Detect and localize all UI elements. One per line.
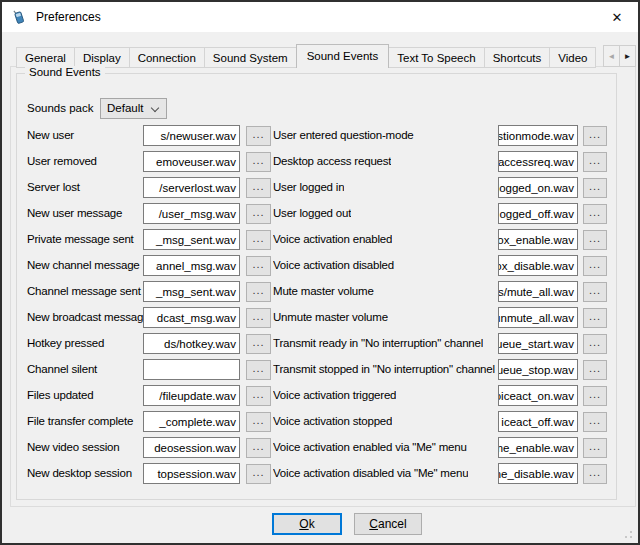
sound-file-input[interactable]: oiceact_on.wav (498, 385, 578, 406)
browse-button[interactable]: ... (583, 438, 607, 458)
browse-button[interactable]: ... (246, 464, 271, 484)
browse-button[interactable]: ... (246, 256, 271, 276)
close-button[interactable]: ✕ (596, 2, 638, 32)
browse-button[interactable]: ... (246, 230, 271, 250)
browse-button[interactable]: ... (583, 152, 607, 172)
sound-event-row: New user s/newuser.wav ... (27, 125, 273, 151)
sound-file-input[interactable]: accessreq.wav (498, 151, 578, 172)
sound-event-label: Voice activation stopped (273, 415, 392, 427)
sound-file-input[interactable]: _msg_sent.wav (143, 229, 240, 250)
ok-button[interactable]: Ok (272, 513, 342, 535)
browse-button[interactable]: ... (583, 230, 607, 250)
browse-button[interactable]: ... (583, 412, 607, 432)
tab-video[interactable]: Video (549, 47, 596, 68)
sound-file-input[interactable]: /user_msg.wav (143, 203, 240, 224)
cancel-button[interactable]: Cancel (354, 513, 422, 535)
browse-button[interactable]: ... (583, 126, 607, 146)
sound-file-input[interactable]: unmute_all.wav (498, 307, 578, 328)
sound-event-row: Voice activation triggered oiceact_on.wa… (273, 385, 609, 411)
sound-event-label: New desktop session (27, 467, 132, 479)
browse-button[interactable]: ... (246, 204, 271, 224)
browse-button[interactable]: ... (246, 282, 271, 302)
sound-file-input[interactable]: _complete.wav (143, 411, 240, 432)
sound-file-value: ueue_stop.wav (498, 364, 574, 376)
sound-event-row: New video session deosession.wav ... (27, 437, 273, 463)
tab-scroll-left-button[interactable]: ◄ (603, 45, 620, 67)
sound-file-value: me_disable.wav (498, 468, 574, 480)
sound-file-input[interactable]: stionmode.wav (498, 125, 578, 146)
sound-file-input[interactable]: iceact_off.wav (498, 411, 578, 432)
browse-button[interactable]: ... (246, 308, 271, 328)
sound-event-label: Voice activation disabled (273, 259, 394, 271)
sound-file-value: ds/hotkey.wav (164, 338, 236, 350)
sound-file-input[interactable]: ox_disable.wav (498, 255, 578, 276)
sounds-pack-select[interactable]: Default (100, 98, 167, 119)
sound-file-input[interactable]: ueue_start.wav (498, 333, 578, 354)
browse-button[interactable]: ... (583, 386, 607, 406)
sound-file-input[interactable]: s/mute_all.wav (498, 281, 578, 302)
sound-file-input[interactable]: topsession.wav (143, 463, 240, 484)
resize-grip[interactable] (630, 536, 632, 538)
browse-button[interactable]: ... (583, 178, 607, 198)
sound-file-input[interactable]: /fileupdate.wav (143, 385, 240, 406)
ok-button-label: Ok (299, 517, 314, 531)
tab-sound-system[interactable]: Sound System (204, 47, 297, 68)
browse-button[interactable]: ... (246, 438, 271, 458)
browse-button[interactable]: ... (583, 334, 607, 354)
sound-file-input[interactable]: ox_enable.wav (498, 229, 578, 250)
sound-file-input[interactable]: _msg_sent.wav (143, 281, 240, 302)
browse-button[interactable]: ... (246, 152, 271, 172)
tab-text-to-speech[interactable]: Text To Speech (388, 47, 484, 68)
sound-events-groupbox: Sound Events Sounds pack Default New use… (16, 73, 617, 500)
sound-file-input[interactable]: /serverlost.wav (143, 177, 240, 198)
tab-sound-events[interactable]: Sound Events (296, 44, 390, 68)
sound-file-input[interactable]: dcast_msg.wav (143, 307, 240, 328)
browse-button[interactable]: ... (246, 360, 271, 380)
sound-file-input[interactable]: me_disable.wav (498, 463, 578, 484)
sound-file-value: ogged_off.wav (499, 208, 574, 220)
sound-file-value: /serverlost.wav (159, 182, 236, 194)
sound-file-input[interactable]: deosession.wav (143, 437, 240, 458)
sound-file-input[interactable]: annel_msg.wav (143, 255, 240, 276)
browse-button[interactable]: ... (583, 204, 607, 224)
browse-button[interactable]: ... (246, 178, 271, 198)
sound-file-input[interactable]: ueue_stop.wav (498, 359, 578, 380)
groupbox-caption: Sound Events (25, 66, 105, 78)
tab-bar: GeneralDisplayConnectionSound SystemSoun… (16, 44, 602, 68)
sound-file-input[interactable]: ds/hotkey.wav (143, 333, 240, 354)
tab-display[interactable]: Display (74, 47, 130, 68)
sound-event-row: Voice activation enabled via "Me" menu m… (273, 437, 609, 463)
browse-button[interactable]: ... (246, 412, 271, 432)
tab-scroll-right-button[interactable]: ► (619, 45, 636, 67)
sound-file-input[interactable] (143, 359, 240, 380)
browse-button[interactable]: ... (583, 464, 607, 484)
browse-button[interactable]: ... (583, 256, 607, 276)
browse-button[interactable]: ... (583, 282, 607, 302)
tab-shortcuts[interactable]: Shortcuts (484, 47, 551, 68)
sound-file-value: s/newuser.wav (161, 130, 236, 142)
browse-button[interactable]: ... (246, 334, 271, 354)
sound-file-input[interactable]: me_enable.wav (498, 437, 578, 458)
sound-file-value: _complete.wav (159, 416, 236, 428)
sound-file-input[interactable]: logged_on.wav (498, 177, 578, 198)
teamtalk-icon (11, 9, 27, 25)
browse-button[interactable]: ... (583, 360, 607, 380)
sound-events-right-column: User entered question-mode stionmode.wav… (273, 125, 609, 489)
browse-button[interactable]: ... (246, 386, 271, 406)
sound-event-label: Desktop access request (273, 155, 391, 167)
titlebar: Preferences ✕ (2, 2, 638, 32)
sound-event-row: Desktop access request accessreq.wav ... (273, 151, 609, 177)
sound-event-row: Voice activation disabled via "Me" menu … (273, 463, 609, 489)
window-title: Preferences (36, 10, 101, 24)
tab-general[interactable]: General (16, 47, 75, 68)
sound-file-input[interactable]: emoveuser.wav (143, 151, 240, 172)
sound-file-input[interactable]: ogged_off.wav (498, 203, 578, 224)
sound-file-input[interactable]: s/newuser.wav (143, 125, 240, 146)
sound-file-value: ox_disable.wav (498, 260, 574, 272)
browse-button[interactable]: ... (583, 308, 607, 328)
sound-file-value: /fileupdate.wav (159, 390, 236, 402)
tab-connection[interactable]: Connection (129, 47, 205, 68)
sound-event-row: Transmit stopped in "No interruption" ch… (273, 359, 609, 385)
sound-event-row: Mute master volume s/mute_all.wav ... (273, 281, 609, 307)
browse-button[interactable]: ... (246, 126, 271, 146)
